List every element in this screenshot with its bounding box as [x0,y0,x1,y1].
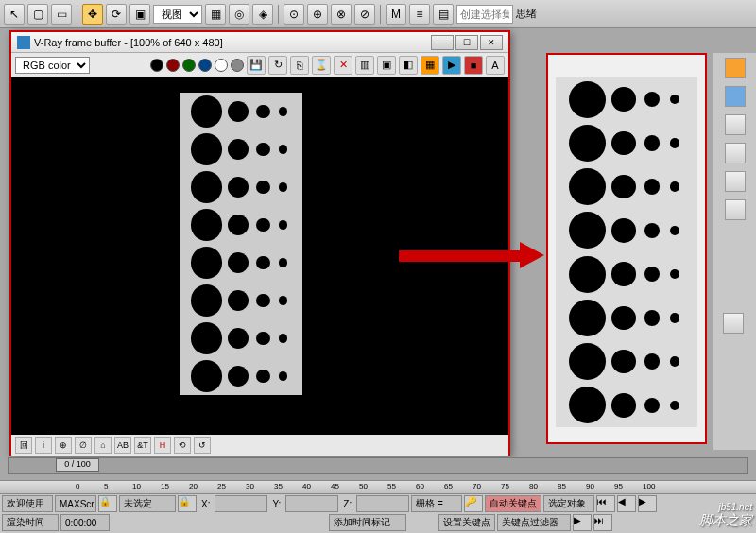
panel-option-icon[interactable] [723,313,744,334]
lock-icon[interactable]: 🔒 [98,495,117,512]
ruler-tick: 45 [331,482,339,490]
welcome-label: 欢迎使用 [2,495,53,512]
z-field[interactable] [356,495,409,512]
render-time-value: 0:00:00 [60,514,110,531]
tool-1-icon[interactable]: ▦ [205,4,226,25]
ruler-tick: 60 [416,482,424,490]
set-key-button[interactable]: 设置关键点 [438,514,495,531]
maxscript-field[interactable]: MAXScr [55,495,96,512]
bb-2[interactable]: ⊕ [55,437,72,454]
save-icon[interactable]: 💾 [247,56,266,75]
snap-3-icon[interactable]: ⊗ [331,4,352,25]
modify-tab-icon[interactable] [725,86,746,107]
frame-handle[interactable]: 0 / 100 [56,458,99,472]
play-start-icon[interactable]: ⏮ [596,495,615,512]
key-filter-button[interactable]: 关键点过滤器 [497,514,571,531]
srgb-icon[interactable]: ◧ [399,56,418,75]
snap-1-icon[interactable]: ⊙ [284,4,304,25]
zoom-callout [546,53,707,444]
ruler-tick: 70 [472,482,481,490]
swatch-grey[interactable] [231,59,244,72]
create-tab-icon[interactable] [725,58,746,78]
ruler-tick: 10 [132,482,141,490]
bb-1[interactable]: i [35,437,52,454]
zoom-perforated-panel [556,77,697,427]
minimize-button[interactable]: — [431,35,454,50]
play-icon[interactable]: ▶ [638,495,657,512]
auto-key-button[interactable]: 自动关键点 [485,495,541,512]
layer-icon[interactable]: ▤ [433,4,454,25]
swatch-blue[interactable] [198,59,212,72]
ruler-tick: 0 [76,482,79,490]
select-tool-icon[interactable]: ▢ [27,4,48,25]
clamp-icon[interactable]: ▣ [377,56,396,75]
bb-5[interactable]: AB [114,437,131,454]
rotate-tool-icon[interactable]: ⟳ [106,4,127,25]
bb-9[interactable]: ↺ [194,437,211,454]
y-field[interactable] [285,495,338,512]
play-prev-icon[interactable]: ◀ [617,495,636,512]
vray-app-icon [17,36,30,49]
tool-3-icon[interactable]: ◈ [252,4,273,25]
bb-7[interactable]: H [154,437,171,454]
delete-icon[interactable]: ✕ [334,56,352,75]
lock-selection-icon[interactable]: 🔒 [178,495,197,512]
hierarchy-tab-icon[interactable] [725,114,746,135]
swatch-white[interactable] [215,59,228,72]
region-icon[interactable]: ▦ [421,56,439,75]
bb-3[interactable]: ∅ [75,437,92,454]
bb-4[interactable]: ⌂ [94,437,112,454]
timeline[interactable]: 0 / 100 [8,457,748,478]
ruler-tick: 80 [529,482,538,490]
bb-6[interactable]: &T [134,437,151,454]
utilities-tab-icon[interactable] [725,199,746,220]
play-next-icon[interactable]: ▶ [573,514,592,531]
vray-toolbar: RGB color 💾 ↻ ⎘ ⌛ ✕ ▥ ▣ ◧ ▦ ▶ ■ A [11,53,508,77]
ruler-tick: 5 [104,482,108,490]
final-icon[interactable]: A [486,56,505,75]
ruler-tick: 35 [274,482,283,490]
swatch-darkred[interactable] [166,59,180,72]
rect-select-icon[interactable]: ▭ [51,4,72,25]
x-label: X: [198,499,213,509]
copy-icon[interactable]: ⎘ [290,56,309,75]
history-icon[interactable]: ⌛ [312,56,331,75]
scale-tool-icon[interactable]: ▣ [129,4,150,25]
swatch-black[interactable] [150,59,163,72]
selection-set-field[interactable] [456,5,513,24]
mirror-icon[interactable]: M [386,4,406,25]
close-button[interactable]: ✕ [480,35,503,50]
view-dropdown[interactable]: 视图 [153,5,202,24]
align-icon[interactable]: ≡ [409,4,430,25]
reload-icon[interactable]: ↻ [268,56,287,75]
move-tool-icon[interactable]: ✥ [82,4,103,25]
display-tab-icon[interactable] [725,171,746,192]
stop-icon[interactable]: ■ [464,56,483,75]
snap-4-icon[interactable]: ⊘ [354,4,375,25]
ruler-tick: 25 [217,482,226,490]
motion-tab-icon[interactable] [725,143,746,163]
bb-0[interactable]: 回 [15,437,32,454]
ruler-tick: 65 [444,482,453,490]
timeline-slider[interactable]: 0 / 100 [8,457,748,474]
key-mode-icon[interactable]: 🔑 [464,495,483,512]
ruler-tick: 90 [586,482,594,490]
levels-icon[interactable]: ▥ [355,56,374,75]
color-mode-dropdown[interactable]: RGB color [15,57,90,74]
frame-ruler[interactable]: 0510152025303540455055606570758085909510… [0,481,756,494]
add-time-tag-button[interactable]: 添加时间标记 [329,514,406,531]
snap-2-icon[interactable]: ⊕ [307,4,328,25]
swatch-green[interactable] [182,59,196,72]
status-area: 0510152025303540455055606570758085909510… [0,480,756,533]
maximize-button[interactable]: ☐ [455,35,478,50]
vray-titlebar[interactable]: V-Ray frame buffer - [100% of 640 x 480]… [11,32,508,53]
ruler-tick: 15 [161,482,169,490]
play-end-icon[interactable]: ⏭ [593,514,612,531]
selection-status: 未选定 [119,495,176,512]
bb-8[interactable]: ⟲ [174,437,191,454]
arrow-tool-icon[interactable]: ↖ [4,4,25,25]
render-icon[interactable]: ▶ [442,56,461,75]
tool-2-icon[interactable]: ◎ [229,4,249,25]
x-field[interactable] [215,495,267,512]
selected-obj-dropdown[interactable]: 选定对象 [543,495,594,512]
